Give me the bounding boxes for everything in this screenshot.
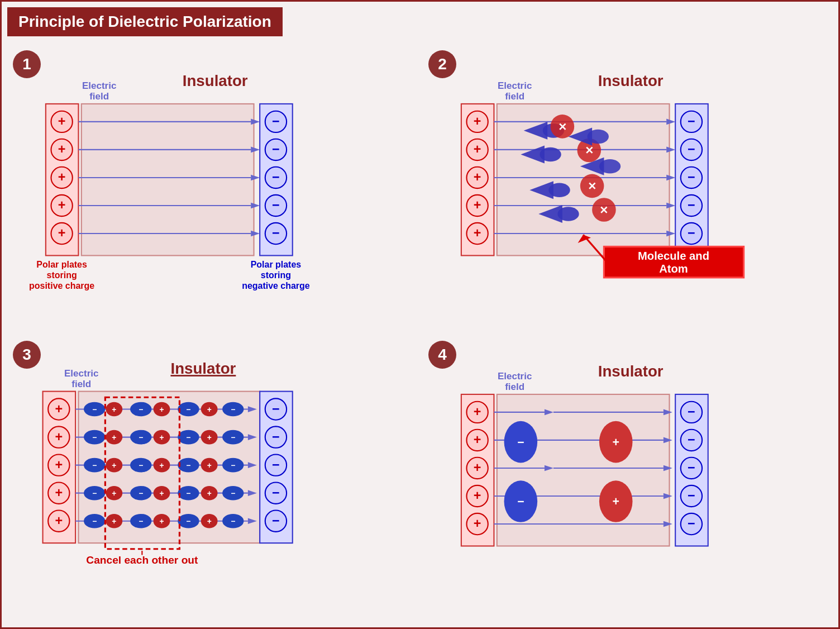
svg-text:Electric: Electric xyxy=(82,80,116,91)
svg-text:+: + xyxy=(112,461,116,470)
svg-text:+: + xyxy=(207,405,212,414)
svg-text:−: − xyxy=(92,433,97,442)
svg-text:Insulator: Insulator xyxy=(183,72,248,89)
svg-text:−: − xyxy=(272,226,280,241)
diagrams-grid: 1 Electric field Insulator + + + + + xyxy=(7,45,833,620)
svg-text:+: + xyxy=(474,142,481,156)
svg-text:storing: storing xyxy=(47,270,77,280)
main-container: Principle of Dielectric Polarization 1 E… xyxy=(0,0,840,629)
diagram-number-4: 4 xyxy=(428,341,456,369)
svg-text:−: − xyxy=(231,517,235,526)
svg-text:+: + xyxy=(159,517,164,526)
svg-text:Electric: Electric xyxy=(498,80,532,91)
svg-text:field: field xyxy=(89,91,109,102)
svg-marker-64 xyxy=(666,203,675,209)
svg-marker-66 xyxy=(666,231,675,237)
title-bar: Principle of Dielectric Polarization xyxy=(7,7,283,36)
svg-text:+: + xyxy=(474,226,481,241)
svg-text:Cancel each other out: Cancel each other out xyxy=(86,554,198,566)
svg-text:−: − xyxy=(272,142,280,156)
diagram-number-3: 3 xyxy=(13,341,41,369)
svg-text:−: − xyxy=(92,489,97,498)
diagram-number-2: 2 xyxy=(428,50,456,78)
svg-text:−: − xyxy=(231,489,235,498)
diagram-2-svg: Electric field Insulator + + + + + xyxy=(426,47,830,327)
svg-text:+: + xyxy=(474,517,481,531)
svg-marker-60 xyxy=(666,147,675,153)
svg-text:+: + xyxy=(474,488,481,503)
svg-text:+: + xyxy=(58,114,66,128)
svg-text:+: + xyxy=(159,461,164,470)
diagram-4-svg: Electric field Insulator + + + + + xyxy=(426,338,830,617)
svg-marker-16 xyxy=(251,119,260,125)
svg-text:+: + xyxy=(207,461,212,470)
svg-text:Atom: Atom xyxy=(659,263,688,275)
svg-text:−: − xyxy=(688,114,695,128)
svg-marker-22 xyxy=(251,203,260,209)
svg-text:−: − xyxy=(688,170,695,184)
svg-text:+: + xyxy=(55,513,63,528)
diagram-number-1: 1 xyxy=(13,50,41,78)
svg-text:−: − xyxy=(517,436,524,449)
svg-text:−: − xyxy=(272,170,280,184)
svg-text:−: − xyxy=(231,405,235,414)
svg-text:−: − xyxy=(272,402,280,416)
svg-text:−: − xyxy=(231,433,235,442)
diagram-2: 2 Electric field Insulator + + + + + xyxy=(426,47,830,327)
svg-text:+: + xyxy=(58,226,66,241)
svg-text:+: + xyxy=(112,489,116,498)
svg-text:+: + xyxy=(612,436,619,449)
svg-text:Electric: Electric xyxy=(498,371,532,382)
svg-text:−: − xyxy=(186,461,190,470)
svg-text:+: + xyxy=(159,433,164,442)
svg-text:field: field xyxy=(505,382,524,392)
svg-text:+: + xyxy=(58,170,66,184)
svg-point-80 xyxy=(557,207,579,221)
svg-marker-18 xyxy=(251,147,260,153)
svg-text:+: + xyxy=(159,405,164,414)
svg-point-76 xyxy=(548,183,570,198)
svg-text:+: + xyxy=(474,114,481,128)
diagram-4: 4 Electric field Insulator + + + + + xyxy=(426,338,830,617)
svg-text:+: + xyxy=(612,495,619,508)
svg-text:+: + xyxy=(58,198,66,212)
svg-text:+: + xyxy=(112,433,116,442)
svg-text:✕: ✕ xyxy=(588,180,596,192)
svg-text:Insulator: Insulator xyxy=(598,72,664,89)
diagram-1-svg: Electric field Insulator + + + + + xyxy=(10,47,414,327)
svg-text:Polar plates: Polar plates xyxy=(36,260,87,269)
svg-text:+: + xyxy=(55,402,63,416)
svg-text:Insulator: Insulator xyxy=(170,360,236,377)
svg-text:−: − xyxy=(139,405,143,414)
svg-text:−: − xyxy=(186,489,190,498)
svg-text:−: − xyxy=(92,461,97,470)
svg-text:+: + xyxy=(474,404,481,419)
svg-text:+: + xyxy=(474,170,481,184)
svg-text:−: − xyxy=(688,488,695,503)
svg-text:✕: ✕ xyxy=(599,204,608,216)
svg-text:−: − xyxy=(231,461,235,470)
svg-text:−: − xyxy=(272,513,280,528)
svg-point-84 xyxy=(588,130,609,144)
svg-text:+: + xyxy=(55,458,63,472)
svg-text:+: + xyxy=(207,517,212,526)
svg-text:−: − xyxy=(139,489,143,498)
svg-text:−: − xyxy=(688,226,695,241)
svg-text:−: − xyxy=(517,495,524,508)
svg-marker-62 xyxy=(666,175,675,181)
svg-text:+: + xyxy=(112,405,116,414)
svg-text:field: field xyxy=(71,379,91,389)
svg-rect-14 xyxy=(82,104,254,256)
svg-text:+: + xyxy=(474,432,481,447)
svg-text:negative charge: negative charge xyxy=(242,281,310,290)
svg-text:−: − xyxy=(186,517,190,526)
svg-text:+: + xyxy=(55,485,63,500)
svg-rect-226 xyxy=(497,394,670,546)
svg-text:+: + xyxy=(207,489,212,498)
svg-text:−: − xyxy=(139,517,143,526)
svg-text:−: − xyxy=(272,198,280,212)
svg-text:−: − xyxy=(139,433,143,442)
svg-marker-20 xyxy=(251,175,260,181)
svg-text:Polar plates: Polar plates xyxy=(251,260,302,269)
svg-text:−: − xyxy=(186,405,190,414)
